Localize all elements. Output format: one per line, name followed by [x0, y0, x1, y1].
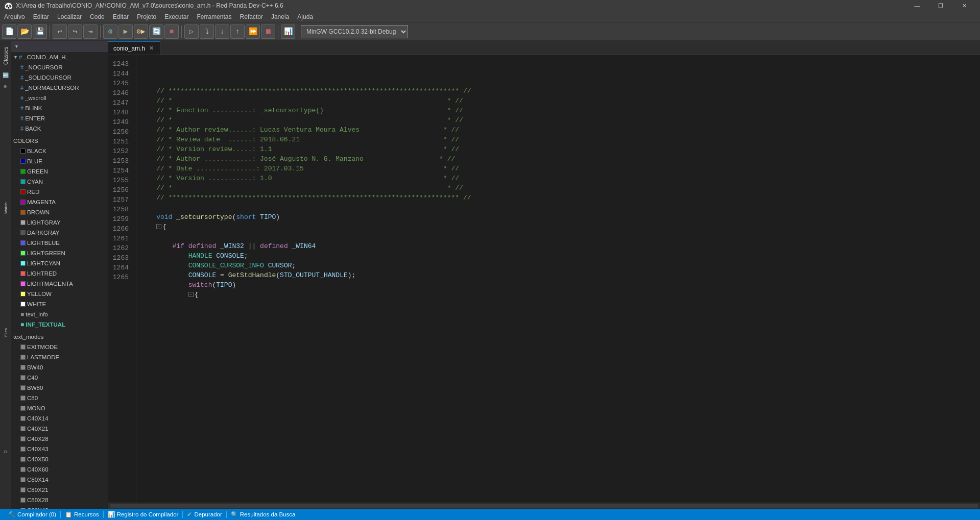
- tree-item[interactable]: BW40: [11, 362, 108, 373]
- compile-button[interactable]: ⚙: [103, 24, 117, 39]
- app-icon: 🐼: [4, 2, 13, 10]
- tree-item[interactable]: LIGHTBLUE: [11, 238, 108, 248]
- menu-refactor[interactable]: Refactor: [236, 11, 267, 22]
- tree-item[interactable]: BW80: [11, 383, 108, 393]
- misc-icon[interactable]: ◻: [1, 447, 11, 457]
- rebuild-button[interactable]: 🔄: [149, 24, 163, 39]
- tree-item[interactable]: ▼#_CONIO_AM_H_: [11, 52, 108, 62]
- tree-item[interactable]: #_NORMALCURSOR: [11, 83, 108, 93]
- code-line: // * Author ............: José Augusto N…: [140, 154, 976, 164]
- run-button[interactable]: ▶: [118, 24, 133, 39]
- tree-item[interactable]: ■text_info: [11, 309, 108, 319]
- tree-item[interactable]: C40X50: [11, 454, 108, 464]
- undo-button[interactable]: ↩: [53, 24, 67, 39]
- menu-janela[interactable]: Janela: [267, 11, 293, 22]
- tree-item[interactable]: CYAN: [11, 177, 108, 187]
- close-button[interactable]: ✕: [952, 0, 976, 11]
- tree-item[interactable]: C80: [11, 393, 108, 403]
- new-file-button[interactable]: 📄: [2, 24, 16, 39]
- menu-projeto[interactable]: Projeto: [133, 11, 160, 22]
- tree-item[interactable]: C40X60: [11, 464, 108, 475]
- step-over-button[interactable]: ⤵: [200, 24, 214, 39]
- tree-item[interactable]: LIGHTGRAY: [11, 217, 108, 228]
- watch-icon[interactable]: Watch: [1, 198, 10, 218]
- status-compiler[interactable]: 🔨 Compilador (0): [4, 509, 60, 520]
- tree-item[interactable]: #BACK: [11, 123, 108, 134]
- tree-item[interactable]: MONO: [11, 403, 108, 413]
- sort-icon[interactable]: 🔤: [1, 70, 11, 81]
- tab-conio-am-h[interactable]: conio_am.h ✕: [108, 41, 160, 55]
- menu-editar[interactable]: Editar: [29, 11, 53, 22]
- tree-item[interactable]: MAGENTA: [11, 197, 108, 207]
- open-file-button[interactable]: 📂: [17, 24, 32, 39]
- tree-item[interactable]: C40: [11, 373, 108, 383]
- tree-item[interactable]: BLACK: [11, 146, 108, 156]
- tree-item[interactable]: text_modes: [11, 332, 108, 342]
- status-debug[interactable]: ✔ Depurador: [183, 509, 226, 520]
- tree-item[interactable]: LIGHTMAGENTA: [11, 279, 108, 289]
- menu-localizar[interactable]: Localizar: [53, 11, 86, 22]
- redo-button[interactable]: ↪: [68, 24, 82, 39]
- debug-button[interactable]: ▷: [184, 24, 199, 39]
- status-buildlog[interactable]: 📊 Registro do Compilador: [104, 509, 183, 520]
- tree-item[interactable]: DARKGRAY: [11, 228, 108, 238]
- status-search[interactable]: 🔍 Resultados da Busca: [227, 509, 300, 520]
- menu-arquivo[interactable]: Arquivo: [0, 11, 29, 22]
- tree-item[interactable]: #ENTER: [11, 113, 108, 123]
- tree-item[interactable]: EXITMODE: [11, 342, 108, 352]
- search-status-icon: 🔍: [231, 511, 238, 518]
- tree-item[interactable]: ■INF_TEXTUAL: [11, 319, 108, 330]
- line-number: 1252: [110, 146, 132, 156]
- compile-run-button[interactable]: ⚙▶: [134, 24, 148, 39]
- tree-item[interactable]: C40X28: [11, 434, 108, 444]
- tree-item[interactable]: #_NOCURSOR: [11, 62, 108, 72]
- tree-item[interactable]: COLORS: [11, 136, 108, 146]
- tree-item[interactable]: WHITE: [11, 299, 108, 309]
- menu-ferramentas[interactable]: Ferramentas: [193, 11, 236, 22]
- tree-item[interactable]: YELLOW: [11, 289, 108, 299]
- tree-item[interactable]: BROWN: [11, 207, 108, 217]
- files-icon[interactable]: Files: [1, 325, 10, 340]
- tree-item[interactable]: LASTMODE: [11, 352, 108, 362]
- tree-item[interactable]: C80X14: [11, 475, 108, 485]
- step-out-button[interactable]: ↑: [230, 24, 245, 39]
- horizontal-scrollbar[interactable]: [108, 503, 980, 509]
- stop-debug-button[interactable]: ⏹: [261, 24, 275, 39]
- status-resources[interactable]: 📋 Recursos: [61, 509, 103, 520]
- tree-item[interactable]: C40X14: [11, 413, 108, 424]
- tree-item[interactable]: BLUE: [11, 156, 108, 166]
- tree-item[interactable]: GREEN: [11, 166, 108, 177]
- profile-button[interactable]: 📊: [281, 24, 295, 39]
- code-content[interactable]: // *************************************…: [136, 55, 980, 503]
- build-config-dropdown[interactable]: MinGW GCC10.2.0 32-bit Debug: [301, 25, 408, 38]
- tree-item[interactable]: RED: [11, 187, 108, 197]
- tree-item[interactable]: LIGHTGREEN: [11, 248, 108, 258]
- continue-button[interactable]: ⏩: [246, 24, 260, 39]
- menu-executar[interactable]: Executar: [160, 11, 193, 22]
- h-scroll-track[interactable]: [110, 504, 978, 508]
- menu-ajuda[interactable]: Ajuda: [293, 11, 317, 22]
- tree-item[interactable]: #BLINK: [11, 103, 108, 113]
- step-into-button[interactable]: ↓: [215, 24, 229, 39]
- tab-close-button[interactable]: ✕: [148, 45, 155, 52]
- classes-icon[interactable]: Classes: [1, 43, 10, 68]
- tree-item[interactable]: C80X21: [11, 485, 108, 495]
- tree-item[interactable]: C40X43: [11, 444, 108, 454]
- tree-item[interactable]: LIGHTRED: [11, 268, 108, 279]
- filter-icon[interactable]: ⚙: [1, 82, 11, 92]
- menu-editar2[interactable]: Editar: [109, 11, 133, 22]
- panel-collapse-arrow[interactable]: ▼: [14, 44, 19, 49]
- tree-item[interactable]: #_wscroll: [11, 93, 108, 103]
- save-button[interactable]: 💾: [33, 24, 47, 39]
- tree-item[interactable]: C80X28: [11, 495, 108, 505]
- indent-button[interactable]: ⇥: [83, 24, 98, 39]
- menu-code[interactable]: Code: [86, 11, 109, 22]
- maximize-button[interactable]: ❐: [929, 0, 952, 11]
- tree-item[interactable]: LIGHTCYAN: [11, 258, 108, 268]
- minimize-button[interactable]: —: [905, 0, 929, 11]
- tree-item[interactable]: C80X43: [11, 505, 108, 509]
- tree-item[interactable]: C40X21: [11, 424, 108, 434]
- tree-item[interactable]: #_SOLIDCURSOR: [11, 72, 108, 83]
- main-area: Classes 🔤 ⚙ Watch Files ◻ ▼ ▼#_CONIO_AM_…: [0, 41, 980, 509]
- stop-button[interactable]: ■: [164, 24, 179, 39]
